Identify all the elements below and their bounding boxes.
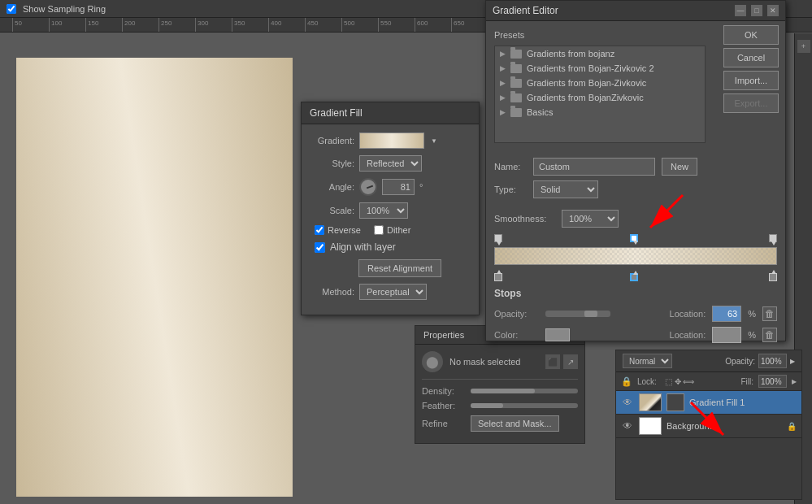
opacity-stops-label: Opacity:	[494, 309, 539, 319]
preset-list[interactable]: ▶ Gradients from bojanz ▶ Gradients from…	[494, 46, 706, 143]
ruler-tick: 100	[49, 18, 85, 32]
opacity-input[interactable]	[758, 354, 787, 368]
preset-item-label: Basics	[527, 107, 553, 117]
preset-item-3[interactable]: ▶ Gradients from Bojan-Zivkovic	[495, 76, 705, 90]
degree-symbol: °	[419, 182, 423, 192]
gradient-editor-title: Gradient Editor	[493, 5, 558, 16]
layer-gradient-fill[interactable]: 👁 Gradient Fill 1	[616, 391, 801, 415]
opacity-stop-left[interactable]	[494, 234, 502, 244]
select-and-mask-button[interactable]: Select and Mask...	[471, 415, 559, 432]
folder-icon	[510, 50, 522, 59]
color-location-label: Location:	[576, 330, 706, 340]
ruler-tick: 650	[451, 18, 488, 32]
gradient-dropdown-arrow[interactable]: ▼	[431, 137, 437, 145]
gradient-field-label: Gradient:	[310, 136, 354, 146]
layer-visibility-icon-bg[interactable]: 👁	[621, 419, 634, 432]
density-label: Density:	[422, 386, 471, 396]
preset-item-4[interactable]: ▶ Gradients from BojanZivkovic	[495, 90, 705, 105]
color-stops-row	[494, 268, 777, 281]
preset-item-5[interactable]: ▶ Basics	[495, 105, 705, 119]
color-delete-button[interactable]: 🗑	[762, 328, 777, 342]
ruler-tick: 400	[268, 18, 305, 32]
preset-item-label: Gradients from Bojan-Zivkovic	[527, 78, 646, 88]
scale-select[interactable]: 100%	[359, 202, 408, 219]
opacity-location-input[interactable]	[712, 306, 741, 322]
dither-label: Dither	[387, 225, 410, 235]
reset-alignment-button[interactable]: Reset Alignment	[358, 259, 441, 277]
lock-options: ⬚ ✥ ⟺	[665, 377, 695, 386]
refine-label: Refine	[422, 419, 471, 428]
preset-item-1[interactable]: ▶ Gradients from bojanz	[495, 46, 705, 61]
gradient-swatch[interactable]	[359, 133, 424, 149]
folder-icon	[510, 93, 522, 102]
preset-arrow-icon: ▶	[500, 108, 506, 116]
percent-symbol: %	[748, 309, 756, 319]
ruler-tick: 500	[341, 18, 378, 32]
color-location-value	[712, 327, 741, 343]
fill-input[interactable]	[758, 375, 787, 388]
maximize-button[interactable]: □	[751, 5, 762, 16]
presets-label: Presets	[494, 30, 524, 40]
mask-icon-btn-2[interactable]: ↗	[563, 354, 578, 369]
fill-arrow[interactable]: ▶	[792, 378, 797, 385]
toolbar-button-1[interactable]: +	[797, 40, 810, 53]
gradient-editor-dialog: Gradient Editor — □ ✕ OK Cancel Import..…	[485, 0, 786, 341]
dither-checkbox[interactable]	[374, 225, 384, 235]
style-select[interactable]: Reflected	[359, 155, 422, 172]
feather-slider[interactable]	[471, 403, 578, 408]
layer-thumbnail-bg	[639, 417, 662, 435]
import-button[interactable]: Import...	[723, 71, 779, 90]
gradient-bar[interactable]	[494, 247, 777, 265]
cancel-button[interactable]: Cancel	[723, 48, 779, 67]
blend-mode-select[interactable]: Normal	[623, 354, 672, 368]
preset-item-label: Gradients from Bojan-Zivkovic 2	[527, 63, 654, 73]
opacity-stops-slider[interactable]	[545, 311, 610, 317]
type-field-label: Type:	[494, 185, 527, 194]
opacity-stop-mid[interactable]	[630, 234, 638, 244]
ruler-tick: 150	[85, 18, 122, 32]
reverse-checkbox[interactable]	[315, 225, 324, 235]
density-slider[interactable]	[471, 389, 578, 393]
sampling-ring-checkbox[interactable]	[7, 4, 16, 14]
layer-visibility-icon[interactable]: 👁	[621, 396, 634, 409]
lock-icon: 🔒	[621, 376, 632, 387]
color-stops-label: Color:	[494, 330, 539, 340]
layers-panel: Normal Opacity: ▶ 🔒 Lock: ⬚ ✥ ⟺ Fill: ▶ …	[615, 350, 802, 500]
ruler-tick: 550	[378, 18, 415, 32]
color-stop-right[interactable]	[769, 273, 777, 281]
feather-label: Feather:	[422, 401, 471, 411]
align-layer-checkbox[interactable]	[315, 242, 325, 253]
angle-dial[interactable]	[359, 178, 377, 196]
mask-icon-btn-1[interactable]: ⬛	[545, 354, 560, 369]
opacity-delete-button[interactable]: 🗑	[762, 306, 777, 321]
ok-button[interactable]: OK	[723, 25, 779, 45]
mask-icon: ⬤	[422, 351, 443, 372]
lock-label: Lock:	[637, 377, 657, 386]
color-stop-mid[interactable]	[630, 273, 638, 281]
preset-item-2[interactable]: ▶ Gradients from Bojan-Zivkovic 2	[495, 61, 705, 76]
color-stop-left[interactable]	[494, 273, 502, 281]
smoothness-label: Smoothness:	[494, 214, 555, 224]
color-swatch[interactable]	[545, 328, 570, 341]
export-button[interactable]: Export...	[723, 93, 779, 113]
layer-mask-thumbnail	[667, 393, 684, 411]
opacity-arrow[interactable]: ▶	[790, 358, 795, 365]
close-button[interactable]: ✕	[767, 5, 779, 16]
layer-thumbnail-gradient	[639, 393, 662, 411]
smoothness-select[interactable]: 100%	[562, 210, 619, 228]
angle-input[interactable]	[382, 179, 415, 195]
layer-background[interactable]: 👁 Background 🔒	[616, 415, 801, 438]
ruler-tick: 50	[12, 18, 49, 32]
layer-name-gradient: Gradient Fill 1	[689, 398, 797, 407]
opacity-stop-right[interactable]	[769, 234, 777, 244]
new-gradient-button[interactable]: New	[662, 158, 697, 176]
name-input[interactable]	[533, 158, 655, 176]
method-select[interactable]: Perceptual	[359, 284, 427, 300]
folder-icon	[510, 64, 522, 73]
scale-label: Scale:	[310, 206, 354, 215]
gradient-fill-dialog: Gradient Fill Gradient: ▼ Style: Reflect…	[301, 102, 480, 315]
ruler-tick: 600	[415, 18, 451, 32]
type-select[interactable]: Solid	[533, 180, 598, 198]
sampling-ring-label: Show Sampling Ring	[23, 4, 106, 14]
minimize-button[interactable]: —	[735, 5, 746, 16]
